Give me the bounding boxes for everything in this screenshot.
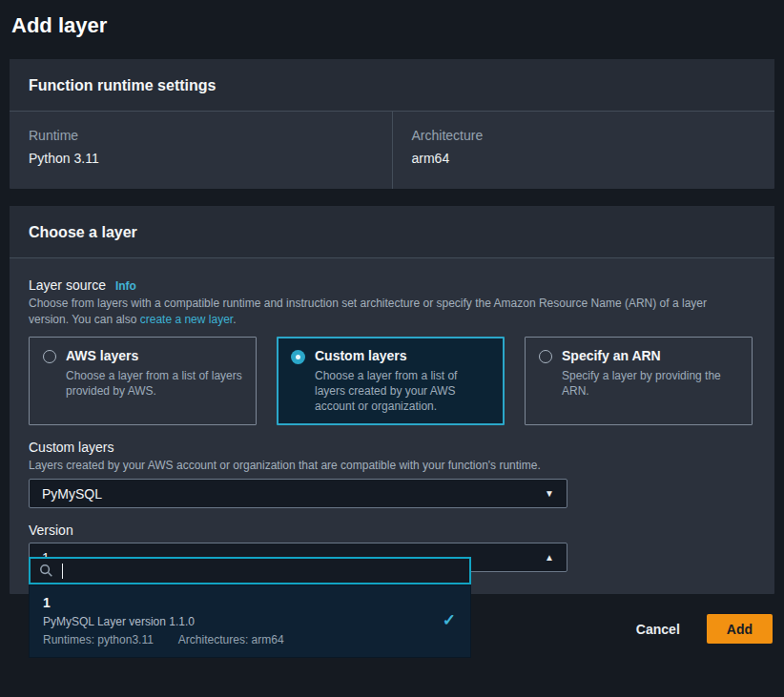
custom-layers-field: Custom layers Layers created by your AWS…	[29, 440, 755, 508]
version-search-input[interactable]	[63, 564, 461, 578]
info-link[interactable]: Info	[115, 279, 136, 293]
runtime-settings-header: Function runtime settings	[10, 59, 774, 112]
custom-layers-text: Custom layers Choose a layer from a list…	[315, 348, 490, 414]
layer-source-description: Choose from layers with a compatible run…	[29, 296, 734, 328]
choose-a-layer-card: Choose a layer Layer source Info Choose …	[10, 206, 774, 594]
tile-aws-layers[interactable]: AWS layers Choose a layer from a list of…	[29, 337, 257, 425]
layer-source-description-text: Choose from layers with a compatible run…	[29, 297, 707, 326]
aws-layers-title: AWS layers	[66, 348, 242, 363]
choose-layer-header: Choose a layer	[10, 206, 774, 258]
version-option-runtimes: Runtimes: python3.11	[43, 633, 154, 646]
version-option-architectures: Architectures: arm64	[178, 633, 284, 646]
custom-layers-title: Custom layers	[315, 348, 490, 363]
layer-source-tiles: AWS layers Choose a layer from a list of…	[29, 337, 755, 425]
layer-source-label: Layer source	[29, 277, 106, 293]
aws-layers-radio[interactable]	[43, 350, 56, 363]
layer-source-description-period: .	[233, 313, 236, 326]
version-option-meta: Runtimes: python3.11 Architectures: arm6…	[43, 633, 457, 646]
runtime-settings-body: Runtime Python 3.11 Architecture arm64	[10, 112, 774, 189]
create-new-layer-link[interactable]: create a new layer	[140, 313, 233, 326]
choose-layer-body: Layer source Info Choose from layers wit…	[10, 258, 774, 594]
custom-layers-label: Custom layers	[29, 440, 755, 455]
custom-layers-field-description: Layers created by your AWS account or or…	[29, 458, 734, 474]
specify-arn-radio[interactable]	[539, 350, 552, 363]
choose-layer-title: Choose a layer	[29, 224, 755, 241]
version-dropdown: 1 PyMySQL Layer version 1.1.0 Runtimes: …	[29, 584, 471, 658]
add-layer-page: Add layer Function runtime settings Runt…	[0, 0, 784, 644]
check-icon: ✓	[443, 609, 456, 629]
runtime-settings-title: Function runtime settings	[29, 77, 755, 94]
version-field: Version 1 ▲ 1 PyMySQL Layer	[29, 523, 755, 572]
runtime-label: Runtime	[29, 128, 373, 143]
architecture-label: Architecture	[412, 128, 756, 143]
aws-layers-text: AWS layers Choose a layer from a list of…	[66, 348, 242, 414]
runtime-column: Runtime Python 3.11	[10, 112, 392, 189]
version-label: Version	[29, 523, 755, 538]
section-spacer	[10, 189, 774, 206]
specify-arn-title: Specify an ARN	[562, 348, 738, 363]
page-title: Add layer	[11, 13, 774, 38]
layer-source-label-row: Layer source Info	[29, 277, 755, 293]
aws-layers-description: Choose a layer from a list of layers pro…	[66, 368, 242, 399]
cancel-button[interactable]: Cancel	[636, 622, 680, 637]
custom-layers-description: Choose a layer from a list of layers cre…	[315, 368, 490, 414]
architecture-column: Architecture arm64	[392, 112, 775, 189]
runtime-value: Python 3.11	[29, 151, 373, 166]
search-icon	[39, 564, 53, 578]
version-search-box[interactable]	[29, 557, 471, 584]
version-option-title: 1	[43, 595, 457, 610]
version-option-subtitle: PyMySQL Layer version 1.1.0	[43, 615, 457, 628]
chevron-down-icon: ▼	[545, 488, 554, 499]
custom-layers-radio[interactable]	[291, 350, 305, 364]
function-runtime-settings-card: Function runtime settings Runtime Python…	[10, 59, 774, 189]
version-option[interactable]: 1 PyMySQL Layer version 1.1.0 Runtimes: …	[43, 595, 457, 646]
tile-custom-layers[interactable]: Custom layers Choose a layer from a list…	[277, 337, 505, 425]
custom-layers-select-value: PyMySQL	[42, 486, 102, 502]
specify-arn-text: Specify an ARN Specify a layer by provid…	[562, 348, 738, 414]
add-button[interactable]: Add	[707, 614, 773, 644]
chevron-up-icon: ▲	[545, 552, 554, 563]
architecture-value: arm64	[412, 151, 756, 166]
tile-specify-arn[interactable]: Specify an ARN Specify a layer by provid…	[525, 337, 753, 425]
custom-layers-select[interactable]: PyMySQL ▼	[29, 479, 567, 508]
specify-arn-description: Specify a layer by providing the ARN.	[562, 368, 738, 399]
